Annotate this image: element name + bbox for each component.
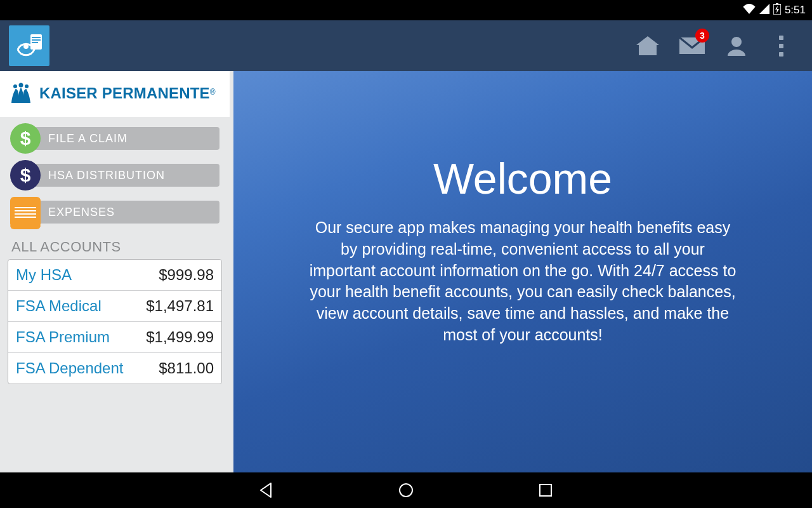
- battery-charging-icon: [773, 3, 781, 18]
- cell-signal-icon: [759, 4, 769, 17]
- dollar-icon: $: [10, 123, 41, 154]
- wifi-icon: [743, 4, 756, 17]
- hsa-distribution-button[interactable]: $ HSA DISTRIBUTION: [10, 160, 219, 190]
- home-button[interactable]: [625, 30, 670, 62]
- back-button[interactable]: [257, 481, 276, 500]
- svg-rect-4: [32, 39, 41, 41]
- brand-registered-mark: ®: [210, 88, 216, 97]
- kaiser-logo-icon: [8, 83, 34, 104]
- account-balance: $1,497.81: [146, 297, 214, 315]
- recent-apps-button[interactable]: [536, 481, 555, 500]
- brand-header: KAISER PERMANENTE®: [0, 71, 230, 117]
- dollar-icon: $: [10, 160, 41, 190]
- svg-rect-5: [32, 42, 38, 43]
- expenses-button[interactable]: EXPENSES: [10, 197, 219, 227]
- svg-point-8: [731, 37, 742, 47]
- profile-button[interactable]: [714, 30, 759, 62]
- account-row[interactable]: FSA Premium $1,499.99: [8, 322, 221, 353]
- svg-rect-3: [32, 37, 41, 38]
- account-name: FSA Premium: [16, 328, 141, 346]
- account-balance: $811.00: [159, 359, 214, 377]
- account-balance: $999.98: [159, 266, 214, 284]
- svg-point-6: [23, 44, 29, 49]
- svg-rect-1: [776, 3, 778, 4]
- file-claim-button[interactable]: $ FILE A CLAIM: [10, 123, 219, 154]
- app-bar: 3: [0, 20, 812, 71]
- brand-name: KAISER PERMANENTE: [39, 84, 210, 102]
- account-name: FSA Medical: [16, 297, 141, 315]
- svg-point-10: [19, 83, 23, 88]
- account-row[interactable]: FSA Dependent $811.00: [8, 353, 221, 384]
- svg-rect-13: [540, 485, 551, 496]
- status-time: 5:51: [785, 4, 806, 17]
- svg-point-9: [13, 84, 17, 88]
- welcome-body-text: Our secure app makes managing your healt…: [307, 217, 738, 346]
- messages-button[interactable]: 3: [670, 30, 714, 62]
- account-name: My HSA: [16, 266, 154, 284]
- accounts-list: My HSA $999.98 FSA Medical $1,497.81 FSA…: [8, 259, 222, 384]
- svg-point-11: [25, 84, 29, 88]
- file-claim-label: FILE A CLAIM: [34, 127, 219, 150]
- home-button-system[interactable]: [396, 481, 416, 500]
- sidebar: KAISER PERMANENTE® $ FILE A CLAIM $ HSA …: [0, 71, 230, 472]
- accounts-header: ALL ACCOUNTS: [0, 229, 230, 258]
- svg-point-12: [400, 484, 412, 497]
- account-row[interactable]: FSA Medical $1,497.81: [8, 291, 221, 322]
- receipt-icon: [10, 197, 41, 227]
- account-row[interactable]: My HSA $999.98: [8, 260, 221, 291]
- android-nav-bar: [0, 472, 812, 508]
- android-status-bar: 5:51: [0, 0, 812, 20]
- app-logo-icon[interactable]: [9, 25, 49, 66]
- more-vert-icon: [779, 36, 783, 57]
- account-balance: $1,499.99: [146, 328, 214, 346]
- overflow-menu-button[interactable]: [759, 30, 803, 62]
- account-name: FSA Dependent: [16, 359, 154, 377]
- expenses-label: EXPENSES: [34, 201, 219, 224]
- main-content: Welcome Our secure app makes managing yo…: [233, 71, 812, 472]
- messages-badge: 3: [695, 29, 709, 43]
- welcome-title: Welcome: [307, 154, 738, 203]
- hsa-distribution-label: HSA DISTRIBUTION: [34, 164, 219, 187]
